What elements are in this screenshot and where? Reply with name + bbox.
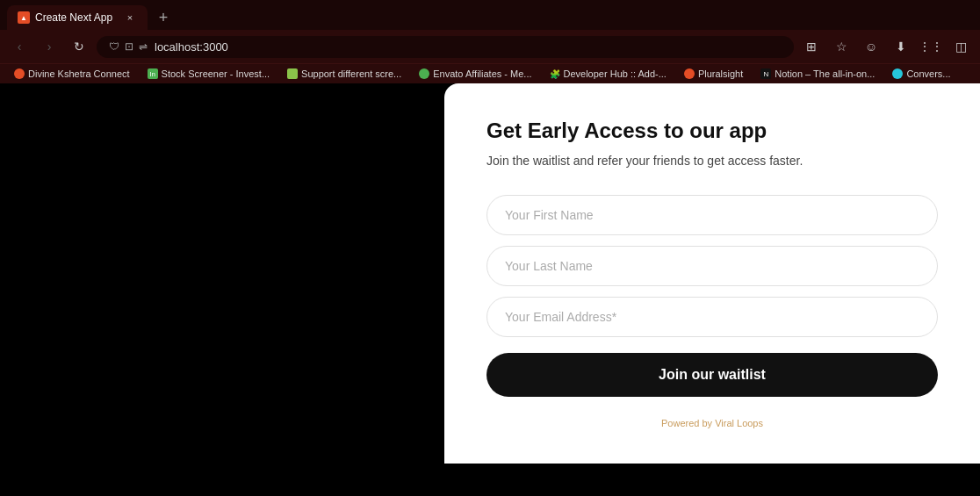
join-waitlist-button[interactable]: Join our waitlist — [486, 353, 938, 397]
reload-button[interactable]: ↻ — [67, 34, 91, 59]
forward-button[interactable]: › — [37, 34, 61, 59]
sidebar-button[interactable]: ◫ — [948, 34, 973, 59]
bookmark-label-notion: Notion – The all-in-on... — [775, 68, 875, 79]
bookmark-support[interactable]: Support different scre... — [280, 67, 408, 81]
address-bar-security: 🛡 ⊡ ⇌ — [109, 40, 148, 53]
toolbar-right: ⊞ ☆ ☺ ⬇ ⋮⋮ ◫ — [799, 34, 973, 59]
bookmark-label-support: Support different scre... — [301, 68, 401, 79]
bookmark-label-stock: Stock Screener - Invest... — [162, 68, 270, 79]
new-tab-button[interactable]: + — [151, 5, 176, 30]
tab-bar: ▲ Create Next App × + — [0, 0, 980, 30]
active-tab[interactable]: ▲ Create Next App × — [7, 5, 148, 30]
download-button[interactable]: ⬇ — [889, 34, 913, 59]
form-group — [486, 195, 938, 337]
reader-icon: ⊡ — [125, 40, 133, 53]
browser-chrome: ▲ Create Next App × + ‹ › ↻ 🛡 ⊡ ⇌ localh… — [0, 0, 980, 83]
bookmark-label-divine: Divine Kshetra Connect — [28, 68, 130, 79]
bookmark-favicon-divine — [14, 68, 25, 79]
email-input[interactable] — [486, 297, 938, 337]
bookmark-envato[interactable]: Envato Affiliates - Me... — [412, 67, 538, 81]
shield-icon: 🛡 — [109, 40, 119, 53]
bookmark-divine[interactable]: Divine Kshetra Connect — [7, 67, 137, 81]
grid-button[interactable]: ⊞ — [799, 34, 824, 59]
bookmark-favicon-notion: N — [760, 68, 771, 79]
tab-favicon: ▲ — [18, 11, 30, 24]
profile-button[interactable]: ☺ — [859, 34, 883, 59]
bookmark-favicon-envato — [419, 68, 429, 79]
bookmark-notion[interactable]: N Notion – The all-in-on... — [753, 67, 882, 81]
bookmark-label-convers: Convers... — [906, 68, 950, 79]
star-button[interactable]: ☆ — [829, 34, 854, 59]
card-title: Get Early Access to our app — [486, 119, 938, 143]
address-bar-row: ‹ › ↻ 🛡 ⊡ ⇌ localhost:3000 ⊞ ☆ ☺ ⬇ ⋮⋮ ◫ — [0, 30, 980, 63]
extensions-button[interactable]: ⋮⋮ — [919, 34, 943, 59]
tab-close-button[interactable]: × — [123, 11, 137, 25]
camera-icon: ⇌ — [139, 40, 148, 53]
bookmark-pluralsight[interactable]: Pluralsight — [677, 67, 750, 81]
bookmark-stock[interactable]: In Stock Screener - Invest... — [141, 67, 277, 81]
bookmark-label-envato: Envato Affiliates - Me... — [433, 68, 531, 79]
bookmarks-bar: Divine Kshetra Connect In Stock Screener… — [0, 63, 980, 83]
bookmark-convers[interactable]: Convers... — [885, 67, 957, 81]
bookmark-favicon-convers — [892, 68, 903, 79]
bookmark-devhub[interactable]: 🧩 Developer Hub :: Add-... — [543, 67, 674, 81]
bookmark-favicon-devhub: 🧩 — [550, 68, 560, 79]
bookmark-favicon-stock: In — [148, 68, 158, 79]
url-display: localhost:3000 — [155, 40, 782, 54]
address-bar[interactable]: 🛡 ⊡ ⇌ localhost:3000 — [97, 36, 794, 58]
bookmark-favicon-support — [287, 68, 298, 79]
bookmark-favicon-pluralsight — [684, 68, 695, 79]
bookmark-label-devhub: Developer Hub :: Add-... — [564, 68, 667, 79]
waitlist-card: Get Early Access to our app Join the wai… — [444, 83, 980, 464]
bookmark-label-pluralsight: Pluralsight — [698, 68, 743, 79]
tab-label: Create Next App — [35, 11, 118, 24]
card-subtitle: Join the waitlist and refer your friends… — [486, 152, 938, 170]
last-name-input[interactable] — [486, 246, 938, 286]
first-name-input[interactable] — [486, 195, 938, 235]
back-button[interactable]: ‹ — [7, 34, 32, 59]
powered-by: Powered by Viral Loops — [486, 418, 938, 428]
